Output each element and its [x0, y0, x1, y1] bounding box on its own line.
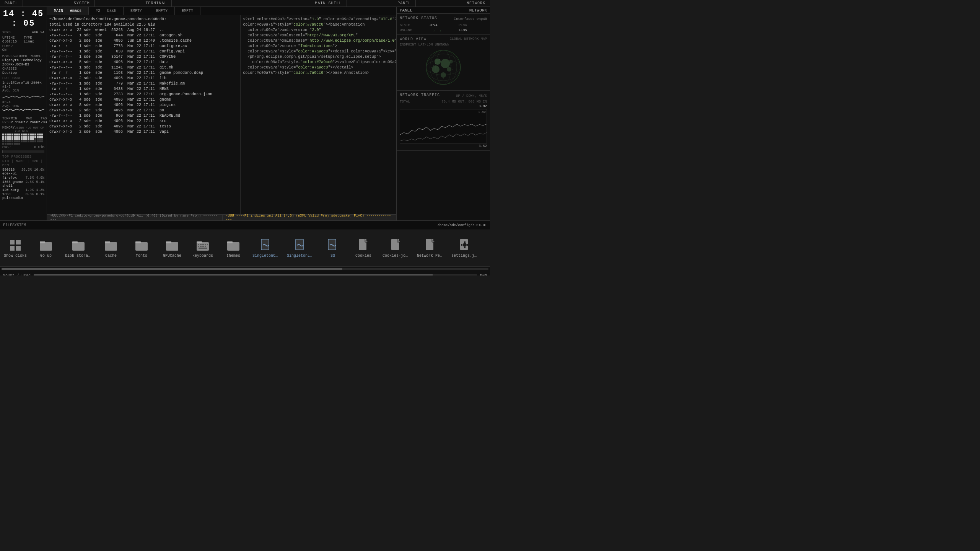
proc-vals: 1.9%1.3% — [26, 188, 44, 192]
svg-point-18 — [453, 69, 453, 70]
svg-rect-31 — [105, 241, 110, 243]
mem-dot — [16, 143, 18, 145]
mem-dot — [34, 136, 36, 138]
terminal-content: ~/home/sde/Downloads/codito-gnome-pomodo… — [47, 15, 396, 214]
mem-dot — [11, 143, 13, 145]
svg-rect-38 — [198, 244, 199, 245]
svg-rect-29 — [72, 241, 78, 243]
svg-rect-30 — [105, 242, 117, 251]
file-icon-item[interactable]: Cookies — [352, 238, 375, 258]
svg-rect-49 — [227, 241, 233, 243]
file-icon-item[interactable]: SingletonLock — [287, 238, 314, 258]
terminal-tab[interactable]: EMPTY — [124, 7, 149, 15]
right-panel-title: PANEL — [400, 8, 412, 13]
mem-dot — [25, 138, 27, 140]
file-icon-item[interactable]: keyboards — [191, 238, 214, 258]
file-icon-label: settings.json — [451, 254, 478, 258]
svg-rect-37 — [197, 241, 202, 243]
tasks-value: 283 — [41, 121, 47, 124]
file-icon-item[interactable]: Cache — [99, 238, 122, 258]
processes-header: TOP PROCESSES — [2, 155, 44, 159]
tasks-cell: TASKS 283 — [41, 117, 47, 124]
svg-rect-48 — [227, 242, 239, 251]
mem-dot — [14, 140, 16, 142]
file-icon-item[interactable]: themes — [222, 238, 245, 258]
min-cell: MIN 2.11GHz — [11, 117, 26, 124]
network-status-section: NETWORK STATUS Interface: enp40 STATE IP… — [397, 14, 490, 35]
mount-percentage: 90% — [480, 274, 487, 276]
file-icon-item[interactable]: fonts — [130, 238, 153, 258]
memory-section: MEMORY USING 4.9 OUT OF 7.8 GiB SWAP 0 G… — [2, 126, 44, 153]
svg-rect-44 — [200, 246, 202, 247]
svg-point-8 — [447, 67, 451, 72]
min-value: 2.11GHz — [11, 121, 26, 124]
proc-mem: 4.0% — [36, 176, 44, 180]
file-icon-label: SS — [330, 254, 335, 258]
file-icon-item[interactable]: settings.json — [451, 238, 478, 258]
uptime-cell: UPTIME 0:02:15 — [2, 36, 23, 44]
mem-dot — [41, 138, 43, 140]
proc-vals: 0.8%0.1% — [26, 192, 44, 200]
mem-dot — [41, 136, 43, 138]
total-row: TOTAL 70.4 MB OUT, 805 MB IN — [400, 100, 487, 104]
scroll-thumb[interactable] — [2, 268, 342, 270]
terminal-tab[interactable]: EMPTY — [175, 7, 200, 15]
scroll-track[interactable] — [2, 268, 488, 270]
svg-point-15 — [439, 59, 440, 60]
proc-cpu: 1.9% — [26, 188, 34, 192]
mem-dot — [5, 143, 7, 145]
file-icon-item[interactable]: Go up — [34, 238, 57, 258]
power-value: ON — [2, 48, 23, 52]
filesystem-label: FILESYSTEM — [3, 223, 26, 227]
file-icon-item[interactable]: Network Pers... — [417, 238, 444, 258]
terminal-tab[interactable]: MAIN - emacs — [47, 7, 89, 15]
chassis-label: CHASSIS — [2, 67, 17, 71]
total-label: TOTAL — [400, 100, 410, 104]
svg-point-16 — [447, 59, 448, 60]
file-icon-item[interactable]: GPUCache — [161, 238, 184, 258]
terminal-pane-right[interactable]: <?xml color:#c09a7a">version="1.0" color… — [241, 15, 396, 214]
file-icon-item[interactable]: Show disks — [4, 238, 27, 258]
svg-rect-27 — [40, 241, 45, 243]
terminal-tab[interactable]: EMPTY — [149, 7, 175, 15]
uptime-value: 0:02:15 — [2, 40, 23, 44]
proc-mem: 1.3% — [36, 188, 44, 192]
file-icon-item[interactable]: SingletonCoo... — [252, 238, 279, 258]
svg-rect-26 — [40, 242, 52, 251]
core1-avg: Avg. 31% — [2, 89, 44, 93]
file-icon-item[interactable]: blob_storage — [65, 238, 92, 258]
filesystem-bar: FILESYSTEM /home/sde/config/eDEX-UI — [0, 220, 490, 230]
terminal-pane-left[interactable]: ~/home/sde/Downloads/codito-gnome-pomodo… — [47, 15, 241, 214]
mem-dot — [39, 136, 41, 138]
mem-dot — [21, 140, 23, 142]
proc-cpu: 7.5% — [26, 176, 34, 180]
traffic-title: NETWORK TRAFFIC — [400, 93, 440, 97]
total-value: 70.4 MB OUT, 805 MB IN — [441, 100, 487, 104]
mem-dot — [7, 138, 9, 140]
mem-dot — [9, 136, 11, 138]
svg-point-60 — [463, 243, 467, 247]
core2-label: #3-4 — [2, 101, 44, 104]
mem-dot — [5, 138, 7, 140]
emacs-status-bar: -UUU:%%--F1 codito-gnome-pomodoro-cd48cd… — [47, 214, 396, 220]
mem-dot — [21, 134, 23, 135]
mem-dot — [25, 140, 27, 142]
scroll-bar-area[interactable] — [0, 266, 490, 271]
mem-dot — [18, 140, 20, 142]
cpu-usage-value: Intel®Core™i5-2500K — [2, 81, 44, 85]
file-icon-item[interactable]: SS — [321, 238, 344, 258]
terminal-tab[interactable]: #2 - bash — [89, 7, 124, 15]
temp-grid: TEMP 52°C MIN 2.11GHz MAX 2.26GHz TASKS … — [2, 117, 44, 124]
file-icon-item[interactable]: Cookies-jour... — [383, 238, 409, 258]
svg-rect-46 — [205, 246, 206, 247]
cpu-core-1: #1-2 Avg. 31% — [2, 85, 44, 99]
model-label: MODEL — [31, 54, 41, 58]
mem-dot — [14, 136, 16, 138]
mem-dot — [23, 134, 25, 135]
mem-dot — [32, 140, 34, 142]
svg-rect-35 — [166, 241, 171, 243]
mem-dot — [30, 136, 32, 138]
max-value: 2.26GHz — [26, 121, 40, 124]
temp-cell: TEMP 52°C — [2, 117, 11, 124]
svg-rect-45 — [202, 246, 204, 247]
